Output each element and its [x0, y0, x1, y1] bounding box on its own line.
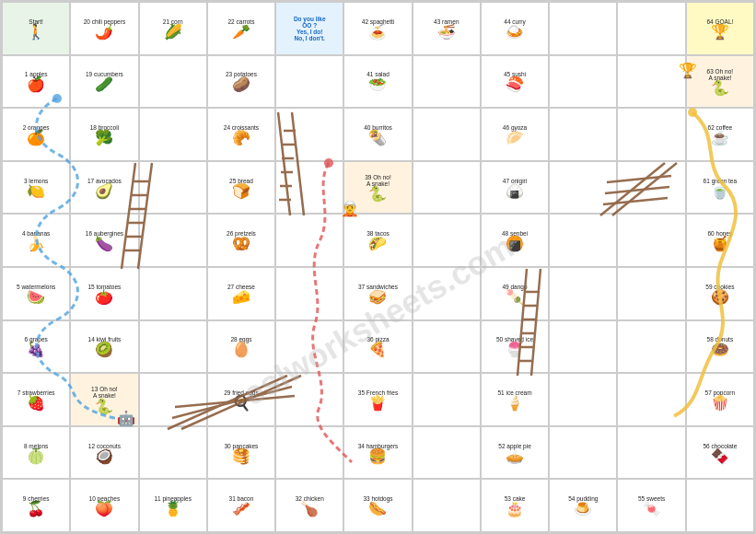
cell-62: 62 coffee ☕ [686, 108, 754, 161]
cell-empty-r5c10 [617, 214, 685, 267]
cell-28: 28 eggs 🥚 [207, 320, 275, 374]
cell-9: 9 cherries 🍒 [2, 479, 70, 532]
cell-12: 12 coconuts 🥥 [70, 426, 138, 480]
cell-empty-r6c9 [549, 267, 617, 320]
cell-empty-r10c11 [686, 479, 754, 532]
cell-64: 64 GOAL! 🏆 [686, 2, 754, 55]
cell-14: 14 kiwi fruits 🥝 [70, 320, 138, 374]
cell-empty-r8c9 [549, 373, 617, 426]
cell-55: 55 sweets 🍬 [617, 479, 685, 532]
cell-42: 42 spaghetti 🍝 [343, 2, 412, 55]
cell-41: 41 salad 🥗 [343, 55, 412, 109]
cell-17: 17 avocados 🥑 [70, 161, 138, 215]
cell-empty-r6c7 [413, 267, 481, 320]
cell-empty-r3c5 [275, 108, 343, 161]
cell-18: 18 broccoli 🥦 [70, 108, 138, 161]
cell-25: 25 bread 🍞 [207, 161, 275, 215]
cell-empty-r4c7 [413, 161, 481, 215]
cell-empty-r3c9 [549, 108, 617, 161]
cell-48: 48 senbei 🍘 [481, 214, 549, 267]
cell-empty-r8c10 [617, 373, 685, 426]
cell-empty-r2c5 [275, 55, 343, 109]
cell-empty-r8c5 [275, 373, 343, 426]
cell-empty-r9c5 [275, 426, 343, 480]
cell-37: 37 sandwiches 🥪 [343, 267, 412, 320]
cell-32: 32 chicken 🍗 [275, 479, 343, 532]
cell-22: 22 carrots 🥕 [207, 2, 275, 55]
cell-21: 21 corn 🌽 [139, 2, 207, 55]
cell-empty-r5c9 [549, 214, 617, 267]
cell-1: 1 apples 🍎 [2, 55, 70, 109]
cell-empty-r10c7 [413, 479, 481, 532]
cell-24: 24 croissants 🥐 [207, 108, 275, 161]
cell-38: 38 tacos 🌮 [343, 214, 412, 267]
cell-empty-r6c5 [275, 267, 343, 320]
cell-empty-r3c7 [413, 108, 481, 161]
cell-47: 47 onigiri 🍙 [481, 161, 549, 215]
cell-empty-r5c5 [275, 214, 343, 267]
cell-30: 30 pancakes 🥞 [207, 426, 275, 480]
cell-51: 51 ice cream 🍦 [481, 373, 549, 426]
cell-question: Do you likeOO ?Yes, I do!No, I don't. [275, 2, 343, 55]
cell-6: 6 grapes 🍇 [2, 320, 70, 374]
cell-35: 35 French fries 🍟 [343, 373, 412, 426]
cell-empty-r1c10 [617, 2, 685, 55]
cell-empty-r5c3 [139, 214, 207, 267]
cell-empty-r2c9 [549, 55, 617, 109]
cell-empty-r1c9 [549, 2, 617, 55]
cell-empty-r8c3 [139, 373, 207, 426]
cell-57: 57 popcorn 🍿 [686, 373, 754, 426]
cell-53: 53 cake 🎂 [481, 479, 549, 532]
cell-44: 44 curry 🍛 [481, 2, 549, 55]
cell-33: 33 hotdogs 🌭 [343, 479, 412, 532]
cell-5: 5 watermelons 🍉 [2, 267, 70, 320]
cell-empty-r9c9 [549, 426, 617, 480]
cell-empty-r7c5 [275, 320, 343, 374]
cell-empty-r4c10 [617, 161, 685, 215]
cell-4: 4 bananas 🍌 [2, 214, 70, 267]
cell-50: 50 shaved ice 🍧 [481, 320, 549, 374]
cell-empty-r7c3 [139, 320, 207, 374]
cell-start: Start! 🚶 [2, 2, 70, 55]
cell-empty-r4c3 [139, 161, 207, 215]
cell-58: 58 donuts 🍩 [686, 320, 754, 374]
cell-empty-r5c7 [413, 214, 481, 267]
cell-empty-r7c10 [617, 320, 685, 374]
cell-46: 46 gyoza 🥟 [481, 108, 549, 161]
cell-36: 36 pizza 🍕 [343, 320, 412, 374]
cell-empty-r7c7 [413, 320, 481, 374]
cell-empty-r4c5 [275, 161, 343, 215]
cell-49: 49 dango 🍡 [481, 267, 549, 320]
cell-27: 27 cheese 🧀 [207, 267, 275, 320]
cell-54: 54 pudding 🍮 [549, 479, 617, 532]
cell-empty-r3c10 [617, 108, 685, 161]
cell-empty-r6c10 [617, 267, 685, 320]
cell-empty-r3c3 [139, 108, 207, 161]
cell-empty-r7c9 [549, 320, 617, 374]
cell-45: 45 sushi 🍣 [481, 55, 549, 109]
cell-empty-r4c9 [549, 161, 617, 215]
cell-43: 43 ramen 🍜 [413, 2, 481, 55]
cell-16: 16 aubergines 🍆 [70, 214, 138, 267]
cell-10: 10 peaches 🍑 [70, 479, 138, 532]
cell-61: 61 green tea 🍵 [686, 161, 754, 215]
cell-56: 56 chocolate 🍫 [686, 426, 754, 480]
cell-8: 8 melons 🍈 [2, 426, 70, 480]
cell-20: 20 chili peppers 🌶️ [70, 2, 138, 55]
cell-empty-r8c7 [413, 373, 481, 426]
cell-52: 52 apple pie 🥧 [481, 426, 549, 480]
cell-empty-r2c10 [617, 55, 685, 109]
cell-19: 19 cucumbers 🥒 [70, 55, 138, 109]
cell-63: 63 Oh no!A snake! 🐍 [686, 55, 754, 109]
cell-15: 15 tomatoes 🍅 [70, 267, 138, 320]
cell-26: 26 pretzels 🥨 [207, 214, 275, 267]
cell-empty-r2c3 [139, 55, 207, 109]
cell-3: 3 lemons 🍋 [2, 161, 70, 215]
cell-39: 39 Oh no!A snake! 🐍 [343, 161, 412, 215]
cell-29: 29 fried eggs 🍳 [207, 373, 275, 426]
cell-7: 7 strawberries 🍓 [2, 373, 70, 426]
cell-13: 13 Oh no!A snake! 🐍 [70, 373, 138, 426]
cell-2: 2 oranges 🍊 [2, 108, 70, 161]
cell-empty-r2c7 [413, 55, 481, 109]
game-board: Start! 🚶 20 chili peppers 🌶️ 21 corn 🌽 2… [0, 0, 756, 534]
